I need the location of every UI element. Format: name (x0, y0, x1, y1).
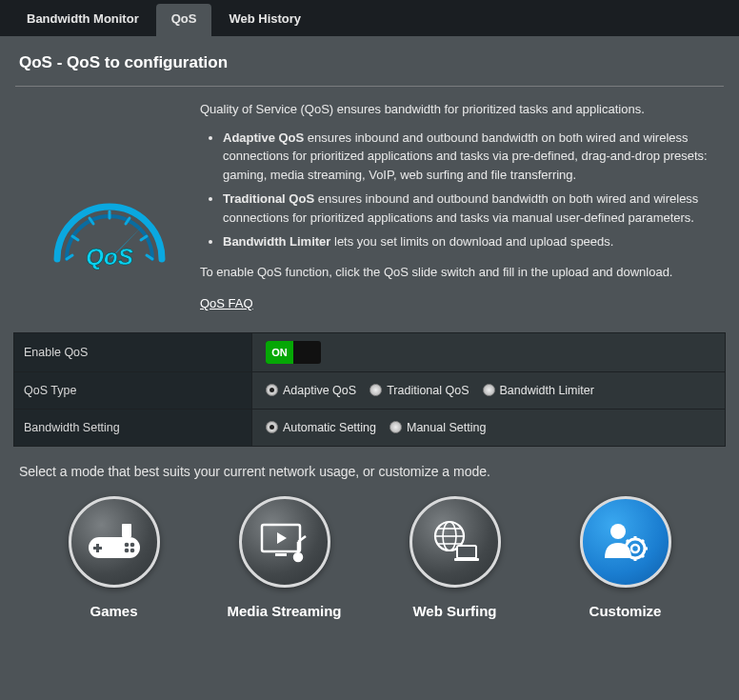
intro-bullet-traditional: Traditional QoS ensures inbound and outb… (223, 190, 720, 227)
mode-games[interactable]: Games (43, 496, 186, 619)
globe-laptop-icon (429, 519, 482, 565)
radio-icon (483, 384, 495, 396)
radio-automatic-setting[interactable]: Automatic Setting (266, 421, 376, 434)
svg-point-29 (631, 545, 639, 552)
svg-marker-19 (277, 532, 287, 544)
mode-web-surfing[interactable]: Web Surfing (384, 496, 527, 619)
modes-row: Games Media Streaming Web Surfing (0, 489, 739, 619)
tab-bandwidth-monitor[interactable]: Bandwidth Monitor (11, 4, 154, 36)
mode-customize[interactable]: Customize (554, 496, 697, 619)
qos-faq-link[interactable]: QoS FAQ (200, 294, 253, 313)
row-bandwidth-setting: Bandwidth Setting Automatic Setting Manu… (14, 409, 725, 446)
intro-lead: Quality of Service (QoS) ensures bandwid… (200, 100, 720, 119)
intro-bullet-adaptive: Adaptive QoS ensures inbound and outboun… (223, 129, 720, 185)
radio-traditional-qos[interactable]: Traditional QoS (370, 384, 469, 397)
intro-section: QoS Quality of Service (QoS) ensures ban… (0, 100, 739, 323)
row-enable-qos: Enable QoS ON (14, 333, 725, 371)
radio-manual-setting[interactable]: Manual Setting (389, 421, 486, 434)
enable-qos-toggle[interactable]: ON (266, 341, 321, 364)
svg-line-34 (627, 540, 629, 543)
mode-web-label: Web Surfing (412, 603, 496, 619)
divider (15, 86, 724, 87)
tab-bar: Bandwidth Monitor QoS Web History (0, 0, 739, 36)
qos-gauge-icon: QoS (38, 173, 181, 278)
radio-bandwidth-limiter[interactable]: Bandwidth Limiter (483, 384, 594, 397)
svg-point-13 (130, 548, 134, 552)
page-title: QoS - QoS to configuration (0, 36, 739, 86)
qos-type-label: QoS Type (14, 372, 252, 409)
intro-bullet-limiter: Bandwidth Limiter lets you set limits on… (223, 232, 720, 251)
enable-qos-label: Enable QoS (14, 333, 252, 371)
traditional-label: Traditional QoS (223, 191, 314, 206)
svg-point-12 (124, 542, 129, 547)
svg-line-36 (627, 554, 629, 557)
bandwidth-setting-label: Bandwidth Setting (14, 410, 252, 446)
radio-icon (266, 421, 278, 433)
svg-point-15 (130, 542, 134, 547)
radio-limiter-label: Bandwidth Limiter (500, 384, 594, 397)
mode-customize-label: Customize (589, 603, 662, 619)
limiter-label: Bandwidth Limiter (223, 234, 330, 249)
radio-manual-label: Manual Setting (407, 421, 486, 434)
svg-text:QoS: QoS (86, 244, 132, 270)
enable-hint: To enable QoS function, click the QoS sl… (200, 263, 720, 282)
svg-rect-26 (454, 558, 479, 561)
svg-rect-11 (93, 547, 102, 550)
settings-table: Enable QoS ON QoS Type Adaptive QoS Trad… (13, 332, 726, 447)
toggle-on-text: ON (266, 341, 293, 364)
svg-rect-18 (275, 553, 287, 556)
limiter-text: lets you set limits on download and uplo… (330, 234, 613, 249)
tab-qos[interactable]: QoS (156, 4, 212, 36)
mode-games-label: Games (90, 603, 137, 619)
svg-rect-16 (122, 524, 131, 537)
row-qos-type: QoS Type Adaptive QoS Traditional QoS Ba… (14, 371, 725, 409)
adaptive-label: Adaptive QoS (223, 130, 304, 145)
tab-web-history[interactable]: Web History (213, 4, 316, 36)
radio-traditional-label: Traditional QoS (387, 384, 469, 397)
radio-auto-label: Automatic Setting (283, 421, 376, 434)
gamepad-icon (87, 522, 142, 562)
radio-adaptive-qos[interactable]: Adaptive QoS (266, 384, 356, 397)
user-gear-icon (599, 518, 652, 566)
svg-rect-25 (457, 546, 476, 558)
svg-line-35 (641, 540, 644, 543)
radio-adaptive-label: Adaptive QoS (283, 384, 356, 397)
radio-icon (370, 384, 382, 396)
qos-logo-cell: QoS (19, 100, 200, 313)
radio-icon (389, 421, 402, 433)
intro-description: Quality of Service (QoS) ensures bandwid… (200, 100, 720, 313)
svg-line-37 (641, 554, 644, 557)
media-icon (258, 521, 311, 563)
mode-media-label: Media Streaming (227, 603, 341, 619)
mode-prompt: Select a mode that best suits your curre… (0, 447, 739, 489)
svg-point-27 (610, 524, 626, 539)
radio-icon (266, 384, 278, 396)
mode-media-streaming[interactable]: Media Streaming (213, 496, 356, 619)
svg-point-14 (124, 548, 129, 552)
